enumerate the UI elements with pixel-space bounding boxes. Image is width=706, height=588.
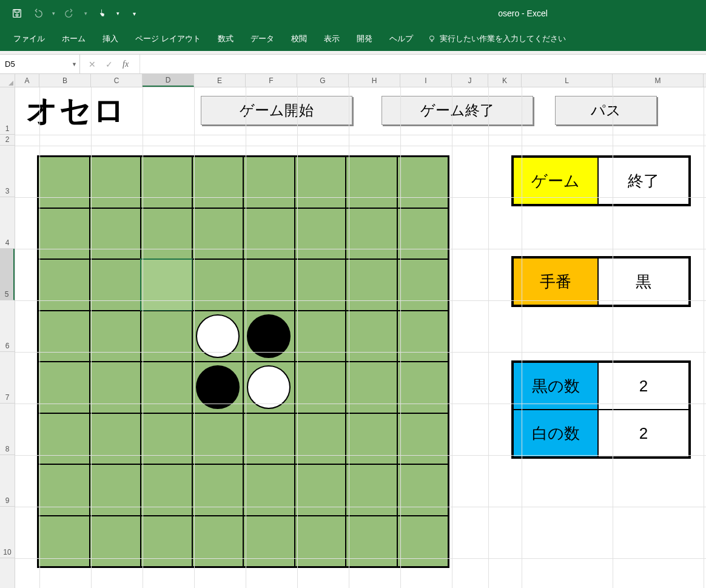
board-cell[interactable] xyxy=(192,516,244,567)
undo-dropdown-icon[interactable]: ▾ xyxy=(52,10,55,16)
row-header-10[interactable]: 10 xyxy=(0,507,15,558)
tab-developer[interactable]: 開発 xyxy=(348,27,381,50)
column-header-E[interactable]: E xyxy=(194,74,246,87)
board-cell[interactable] xyxy=(90,464,141,516)
board-cell[interactable] xyxy=(141,311,192,362)
tab-pagelayout[interactable]: ページ レイアウト xyxy=(127,27,209,50)
row-header-5[interactable]: 5 xyxy=(0,249,15,300)
row-header-9[interactable]: 9 xyxy=(0,455,15,507)
row-header-6[interactable]: 6 xyxy=(0,300,15,352)
board-cell[interactable] xyxy=(141,464,192,516)
redo-dropdown-icon[interactable]: ▾ xyxy=(84,10,87,16)
board-cell[interactable] xyxy=(346,464,397,516)
column-header-I[interactable]: I xyxy=(400,74,452,87)
tab-help[interactable]: ヘルプ xyxy=(381,27,422,50)
board-cell[interactable] xyxy=(38,208,90,260)
end-game-button[interactable]: ゲーム終了 xyxy=(382,96,533,125)
save-icon[interactable] xyxy=(11,7,23,19)
board-cell[interactable] xyxy=(141,259,192,311)
tab-file[interactable]: ファイル xyxy=(5,27,53,50)
accept-formula-icon[interactable]: ✓ xyxy=(106,59,113,69)
qat-customize-icon[interactable]: ▾ xyxy=(128,10,136,17)
column-header-C[interactable]: C xyxy=(91,74,143,87)
tab-review[interactable]: 校閲 xyxy=(283,27,315,50)
board-cell[interactable] xyxy=(38,157,90,208)
redo-icon[interactable] xyxy=(64,7,76,19)
tab-formulas[interactable]: 数式 xyxy=(209,27,242,50)
board-cell[interactable] xyxy=(295,362,346,413)
board-cell[interactable] xyxy=(192,464,244,516)
board-cell[interactable] xyxy=(346,157,397,208)
board-cell[interactable] xyxy=(295,157,346,208)
board-cell[interactable] xyxy=(346,413,397,465)
board-cell[interactable] xyxy=(397,311,449,362)
row-header-2[interactable]: 2 xyxy=(0,135,15,146)
board-cell[interactable] xyxy=(90,157,141,208)
board-cell[interactable] xyxy=(141,516,192,567)
board-cell[interactable] xyxy=(141,413,192,465)
board-cell[interactable] xyxy=(141,208,192,260)
board-cell[interactable] xyxy=(346,208,397,260)
cancel-formula-icon[interactable]: ✕ xyxy=(89,59,96,69)
board-cell[interactable] xyxy=(38,413,90,465)
formula-input[interactable] xyxy=(140,55,706,73)
board-cell[interactable] xyxy=(346,259,397,311)
board-cell[interactable] xyxy=(346,311,397,362)
column-header-K[interactable]: K xyxy=(488,74,522,87)
board-cell[interactable] xyxy=(192,157,244,208)
board-cell[interactable] xyxy=(243,157,295,208)
board-cell[interactable] xyxy=(192,259,244,311)
row-header-4[interactable]: 4 xyxy=(0,197,15,249)
board-cell[interactable] xyxy=(243,413,295,465)
board-cell[interactable] xyxy=(90,259,141,311)
row-header-1[interactable]: 1 xyxy=(0,87,15,135)
undo-icon[interactable] xyxy=(32,7,44,19)
board-cell[interactable] xyxy=(295,259,346,311)
board-cell[interactable] xyxy=(90,311,141,362)
board-cell[interactable] xyxy=(243,259,295,311)
row-header-3[interactable]: 3 xyxy=(0,146,15,197)
othello-board[interactable] xyxy=(37,155,449,568)
board-cell[interactable] xyxy=(397,516,449,567)
board-cell[interactable] xyxy=(397,208,449,260)
tab-view[interactable]: 表示 xyxy=(315,27,348,50)
board-cell[interactable] xyxy=(243,464,295,516)
select-all-corner[interactable] xyxy=(0,74,15,87)
board-cell[interactable] xyxy=(243,311,295,362)
board-cell[interactable] xyxy=(141,157,192,208)
pass-button[interactable]: パス xyxy=(555,96,657,125)
start-game-button[interactable]: ゲーム開始 xyxy=(201,96,352,125)
board-cell[interactable] xyxy=(397,259,449,311)
tell-me-search[interactable]: 実行したい作業を入力してください xyxy=(422,33,566,44)
board-cell[interactable] xyxy=(243,208,295,260)
board-cell[interactable] xyxy=(90,516,141,567)
board-cell[interactable] xyxy=(90,208,141,260)
board-cell[interactable] xyxy=(90,362,141,413)
board-cell[interactable] xyxy=(397,464,449,516)
board-cell[interactable] xyxy=(38,362,90,413)
board-cell[interactable] xyxy=(38,516,90,567)
column-header-L[interactable]: L xyxy=(522,74,613,87)
board-cell[interactable] xyxy=(192,413,244,465)
column-header-F[interactable]: F xyxy=(246,74,297,87)
board-cell[interactable] xyxy=(192,362,244,413)
board-cell[interactable] xyxy=(38,464,90,516)
column-header-J[interactable]: J xyxy=(452,74,488,87)
board-cell[interactable] xyxy=(38,311,90,362)
column-header-M[interactable]: M xyxy=(613,74,704,87)
board-cell[interactable] xyxy=(346,362,397,413)
name-box-dropdown-icon[interactable]: ▼ xyxy=(72,61,77,67)
tab-data[interactable]: データ xyxy=(242,27,283,50)
board-cell[interactable] xyxy=(346,516,397,567)
touch-mode-icon[interactable] xyxy=(96,7,108,19)
row-header-7[interactable]: 7 xyxy=(0,352,15,404)
board-cell[interactable] xyxy=(192,208,244,260)
column-header-A[interactable]: A xyxy=(15,74,39,87)
name-box[interactable]: D5 ▼ xyxy=(0,55,80,73)
board-cell[interactable] xyxy=(295,464,346,516)
board-cell[interactable] xyxy=(295,311,346,362)
touch-dropdown-icon[interactable]: ▾ xyxy=(116,10,119,16)
board-cell[interactable] xyxy=(397,413,449,465)
board-cell[interactable] xyxy=(243,516,295,567)
board-cell[interactable] xyxy=(397,362,449,413)
